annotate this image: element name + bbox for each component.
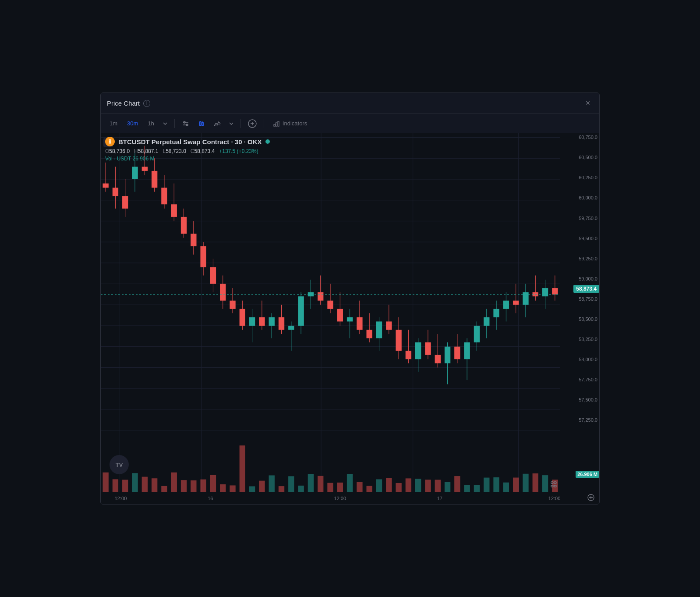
timeframe-30m[interactable]: 30m xyxy=(124,118,141,128)
chart-main: ₿ BTCUSDT Perpetual Swap Contract · 30 ·… xyxy=(101,133,560,492)
chart-area: ₿ BTCUSDT Perpetual Swap Contract · 30 ·… xyxy=(101,133,599,492)
price-scale-label: 57,750.0 xyxy=(579,377,597,382)
open-value: O58,736.0 xyxy=(105,148,130,154)
volume-row: Vol · USDT 26.906 M xyxy=(105,156,270,162)
divider-1 xyxy=(174,119,175,128)
price-scale-label: 60,750.0 xyxy=(579,135,597,140)
toolbar: 1m 30m 1h xyxy=(101,114,599,133)
tradingview-watermark: TV xyxy=(110,455,129,474)
add-button[interactable] xyxy=(245,117,259,130)
price-scale-label: 59,750.0 xyxy=(579,216,597,221)
price-scale-label: 58,500.0 xyxy=(579,316,597,322)
price-scale-label: 59,000.0 xyxy=(579,276,597,281)
chart-type-btn[interactable] xyxy=(195,118,208,129)
low-value: L58,723.0 xyxy=(163,148,186,154)
style-dropdown[interactable] xyxy=(226,121,236,127)
titlebar: Price Chart i × xyxy=(101,93,599,114)
time-label-0: 12:00 xyxy=(115,496,127,501)
symbol-row: ₿ BTCUSDT Perpetual Swap Contract · 30 ·… xyxy=(105,137,270,146)
fullscreen-icon[interactable] xyxy=(550,481,557,489)
vol-value: 26.906 M xyxy=(132,156,154,162)
price-scale-label: 58,750.0 xyxy=(579,296,597,302)
titlebar-left: Price Chart i xyxy=(107,100,150,107)
price-change: +137.5 (+0.23%) xyxy=(219,148,258,154)
price-scale-label: 60,000.0 xyxy=(579,195,597,200)
indicators-button[interactable]: Indicators xyxy=(269,118,311,129)
current-price-label: 58,873.4 xyxy=(573,285,599,293)
time-label-3: 17 xyxy=(437,496,442,501)
chart-header: ₿ BTCUSDT Perpetual Swap Contract · 30 ·… xyxy=(105,137,270,162)
price-scale-label: 58,250.0 xyxy=(579,337,597,342)
price-scale-label: 59,500.0 xyxy=(579,236,597,241)
price-scale-label: 59,250.0 xyxy=(579,256,597,261)
time-bar: 12:00 16 12:00 17 12:00 xyxy=(101,492,599,504)
timeframe-dropdown[interactable] xyxy=(160,121,170,127)
svg-rect-18 xyxy=(554,482,556,483)
scale-icon[interactable] xyxy=(587,494,595,503)
symbol-name: BTCUSDT Perpetual Swap Contract · 30 · O… xyxy=(118,138,262,146)
time-label-4: 12:00 xyxy=(548,496,561,501)
svg-rect-19 xyxy=(551,485,553,487)
high-value: H58,887.1 xyxy=(134,148,158,154)
info-icon[interactable]: i xyxy=(143,100,150,107)
timeframe-1h[interactable]: 1h xyxy=(144,118,157,128)
price-scale-label: 57,250.0 xyxy=(579,417,597,423)
price-scale-label: 60,250.0 xyxy=(579,175,597,180)
svg-rect-7 xyxy=(202,123,204,125)
price-scale-label: 58,000.0 xyxy=(579,357,597,362)
ohlc-row: O58,736.0 H58,887.1 L58,723.0 C58,873.4 … xyxy=(105,148,270,154)
time-label-1: 16 xyxy=(208,496,213,501)
svg-rect-4 xyxy=(199,122,201,125)
price-chart-window: Price Chart i × 1m 30m 1h xyxy=(100,92,600,505)
time-label-2: 12:00 xyxy=(334,496,346,501)
window-title: Price Chart xyxy=(107,100,140,107)
svg-rect-14 xyxy=(276,123,277,126)
close-button[interactable]: × xyxy=(583,98,593,109)
indicators-label: Indicators xyxy=(283,120,307,127)
vol-label: Vol · USDT xyxy=(105,156,131,162)
svg-rect-17 xyxy=(551,482,553,483)
price-scale-label: 60,500.0 xyxy=(579,155,597,160)
btc-icon: ₿ xyxy=(105,137,115,146)
chart-canvas[interactable] xyxy=(101,133,560,492)
chart-style-btn[interactable] xyxy=(211,118,224,129)
adjust-icon-btn[interactable] xyxy=(179,118,192,129)
timeframe-1m[interactable]: 1m xyxy=(106,118,121,128)
divider-3 xyxy=(264,119,264,128)
svg-rect-20 xyxy=(554,485,556,487)
price-scale-label: 57,500.0 xyxy=(579,397,597,402)
divider-2 xyxy=(240,119,241,128)
close-value: C58,873.4 xyxy=(191,148,215,154)
svg-rect-13 xyxy=(274,124,275,126)
svg-rect-15 xyxy=(278,121,279,126)
price-scale: 60,750.060,500.060,250.060,000.059,750.0… xyxy=(560,133,599,492)
current-vol-label: 26.906 M xyxy=(576,471,599,478)
online-indicator xyxy=(265,139,270,144)
